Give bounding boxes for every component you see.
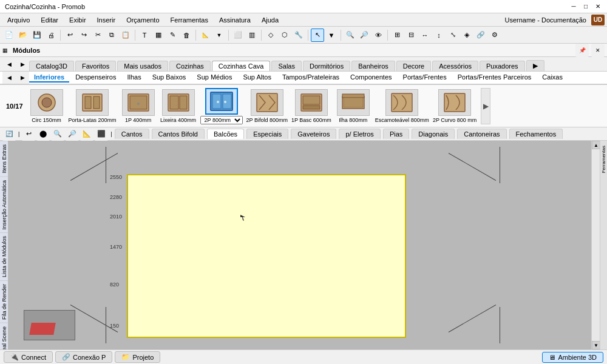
minimize-button[interactable]: ─ xyxy=(569,2,578,11)
sub-tab-ilhas[interactable]: Ilhas xyxy=(122,73,146,83)
btm-tab-cantoneiras[interactable]: Cantoneiras xyxy=(457,129,506,139)
tb-btn-21[interactable]: ↕ xyxy=(432,29,446,42)
thumb-next-arrow[interactable]: ▶ xyxy=(481,88,490,124)
status-conexaop[interactable]: 🔗 Conexão P xyxy=(55,351,112,363)
tb-btn-9[interactable]: ⬜ xyxy=(231,29,245,42)
act-btn-1[interactable]: 🔄 xyxy=(2,127,16,141)
paste-button[interactable]: 📋 xyxy=(119,29,132,42)
sub-tab-portasparceiros[interactable]: Portas/Frentes Parceiros xyxy=(453,73,537,83)
vtab-real-scene[interactable]: Real Scene xyxy=(0,323,8,349)
tb-btn-7[interactable]: 🗑 xyxy=(180,29,193,42)
btm-tab-balcoes[interactable]: Balcões xyxy=(207,129,244,139)
sub-tab-caixas[interactable]: Caixas xyxy=(537,73,568,83)
cat-tab-decore[interactable]: Decore xyxy=(396,61,431,71)
cat-tab-cozinhascava[interactable]: Cozinhas Cava xyxy=(212,61,271,71)
2p800-dropdown[interactable]: 2P 800mm xyxy=(200,116,243,124)
thumb-2pcurvo[interactable]: 2P Curvo 800 mm xyxy=(433,89,476,123)
sub-tab-supmedios[interactable]: Sup Médios xyxy=(192,73,237,83)
sub-tab-supAltos[interactable]: Sup Altos xyxy=(238,73,276,83)
btm-tab-pias[interactable]: Pias xyxy=(383,129,409,139)
cursor-button[interactable]: ↖ xyxy=(311,29,324,42)
cat-prev[interactable]: ◀ xyxy=(2,58,16,71)
tb-btn-16[interactable]: 🔎 xyxy=(358,29,371,42)
properties-label[interactable]: Ferramentas xyxy=(600,143,607,175)
cat-tab-cozinhas[interactable]: Cozinhas xyxy=(169,61,211,71)
tb-btn-15[interactable]: 🔍 xyxy=(344,29,357,42)
menu-ferramentas[interactable]: Ferramentas xyxy=(166,15,213,25)
cat-tab-acessorios[interactable]: Acessórios xyxy=(432,61,478,71)
menu-assinatura[interactable]: Assinatura xyxy=(214,15,256,25)
cat-tab-banheiros[interactable]: Banheiros xyxy=(351,61,395,71)
menu-ajuda[interactable]: Ajuda xyxy=(257,15,283,25)
tb-btn-13[interactable]: 🔧 xyxy=(292,29,305,42)
thumb-circ150[interactable]: Circ 150mm xyxy=(29,89,65,123)
sub-tab-tampos[interactable]: Tampos/Prateleiras xyxy=(277,73,344,83)
menu-exibir[interactable]: Exibir xyxy=(64,15,91,25)
modules-close[interactable]: ✕ xyxy=(591,44,605,57)
sub-tab-despenseiros[interactable]: Despenseiros xyxy=(70,73,121,83)
scroll-down[interactable]: ▼ xyxy=(592,341,600,349)
text-button[interactable]: T xyxy=(138,29,151,42)
undo-button[interactable]: ↩ xyxy=(63,29,76,42)
btm-tab-fechamentos[interactable]: Fechamentos xyxy=(509,129,563,139)
tb-btn-12[interactable]: ⬡ xyxy=(278,29,291,42)
cat-tab-dormitorios[interactable]: Dormitórios xyxy=(303,61,350,71)
tb-btn-8[interactable]: ▼ xyxy=(212,29,226,42)
sub-tab-portas[interactable]: Portas/Frentes xyxy=(398,73,452,83)
sub-next[interactable]: ▶ xyxy=(16,72,29,84)
btm-tab-cantos[interactable]: Cantos xyxy=(115,129,149,139)
sub-tab-inferiores[interactable]: Inferiores xyxy=(29,73,69,83)
thumb-escamotavel[interactable]: Escamoteável 800mm xyxy=(375,89,429,123)
save-button[interactable]: 💾 xyxy=(30,29,44,42)
status-projeto[interactable]: 📁 Projeto xyxy=(115,351,160,363)
status-connect[interactable]: 🔌 Connect xyxy=(4,351,53,363)
tb-btn-17[interactable]: 👁 xyxy=(371,29,385,42)
act-btn-2[interactable]: ↩ xyxy=(22,127,35,141)
act-btn-5[interactable]: 🔎 xyxy=(66,127,79,141)
thumb-1pbasc[interactable]: 1P Basc 600mm xyxy=(291,89,331,123)
open-button[interactable]: 📂 xyxy=(16,29,30,42)
new-button[interactable]: 📄 xyxy=(2,29,16,42)
menu-inserir[interactable]: Inserir xyxy=(92,15,121,25)
vtab-insercao[interactable]: Inserção Automática xyxy=(0,177,8,233)
btm-tab-especiais[interactable]: Especiais xyxy=(246,129,288,139)
vtab-itens-extras[interactable]: Itens Extras xyxy=(0,141,8,177)
print-button[interactable]: 🖨 xyxy=(44,29,58,42)
thumb-portalatas[interactable]: Porta-Latas 200mm xyxy=(69,89,117,123)
act-btn-4[interactable]: 🔍 xyxy=(51,127,64,141)
btm-tab-cantosbifold[interactable]: Cantos Bifold xyxy=(152,129,205,139)
sub-tab-supbaixos[interactable]: Sup Baixos xyxy=(148,73,191,83)
redo-button[interactable]: ↪ xyxy=(77,29,90,42)
cat-tab-favoritos[interactable]: Favoritos xyxy=(75,61,116,71)
scroll-up[interactable]: ▲ xyxy=(592,141,600,149)
act-btn-3[interactable]: ⬤ xyxy=(36,127,50,141)
tb-btn-24[interactable]: 🔗 xyxy=(474,29,487,42)
status-ambiente3d[interactable]: 🖥 Ambiente 3D xyxy=(542,352,603,363)
vtab-fila-render[interactable]: Fila de Render xyxy=(0,280,8,323)
cat-tab-salas[interactable]: Salas xyxy=(271,61,302,71)
sub-prev[interactable]: ◀ xyxy=(2,72,16,84)
tb-btn-11[interactable]: ◇ xyxy=(264,29,277,42)
thumb-2pbifold[interactable]: 2P Bifold 800mm xyxy=(246,89,288,123)
act-btn-6[interactable]: 📐 xyxy=(80,127,93,141)
menu-editar[interactable]: Editar xyxy=(36,15,63,25)
maximize-button[interactable]: □ xyxy=(582,2,590,11)
act-btn-7[interactable]: ⬛ xyxy=(95,127,108,141)
tb-btn-5[interactable]: ▦ xyxy=(152,29,165,42)
tb-btn-22[interactable]: ⤡ xyxy=(446,29,459,42)
measure-button[interactable]: 📐 xyxy=(198,29,212,42)
thumb-1p400[interactable]: 1P 400mm xyxy=(120,89,157,123)
tb-btn-6[interactable]: ✎ xyxy=(166,29,179,42)
sub-tab-componentes[interactable]: Componentes xyxy=(345,73,397,83)
tb-btn-25[interactable]: ⚙ xyxy=(488,29,501,42)
tb-btn-10[interactable]: ▥ xyxy=(245,29,259,42)
thumb-2p800[interactable]: 2P 800mm xyxy=(200,88,243,124)
btm-tab-gaveteiros[interactable]: Gaveteiros xyxy=(291,129,336,139)
tb-btn-23[interactable]: ◈ xyxy=(460,29,473,42)
btm-tab-diagonais[interactable]: Diagonais xyxy=(412,129,455,139)
tb-btn-18[interactable]: ⊞ xyxy=(390,29,404,42)
cut-button[interactable]: ✂ xyxy=(91,29,104,42)
thumb-ilha[interactable]: Ilha 800mm xyxy=(335,89,371,123)
cat-tab-more[interactable]: ▶ xyxy=(526,60,544,71)
close-button[interactable]: ✕ xyxy=(594,2,602,11)
